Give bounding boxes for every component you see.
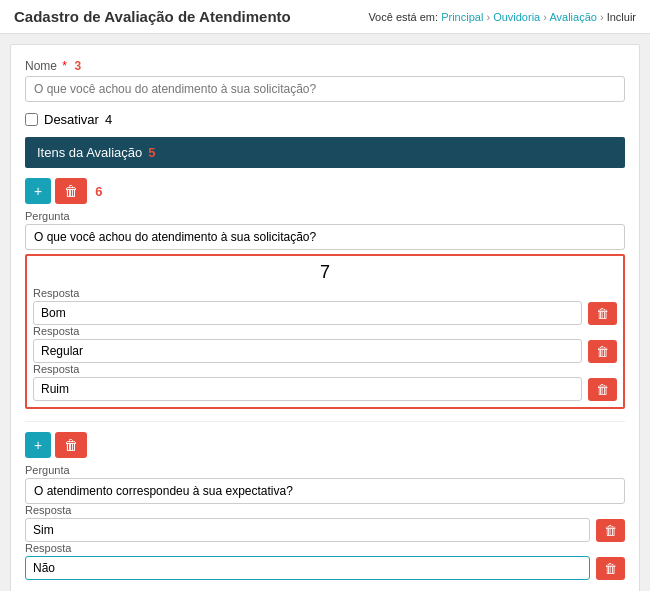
resposta-group-2-2: Resposta 🗑 [25, 542, 625, 580]
desativar-checkbox[interactable] [25, 113, 38, 126]
respostas-box-1: 7 Resposta 🗑 Resposta 🗑 [25, 254, 625, 409]
question-block-1: + 🗑 6 Pergunta 7 Resposta 🗑 Resposta [25, 178, 625, 409]
desativar-row: Desativar 4 [25, 112, 625, 127]
resposta-group-1-1: Resposta 🗑 [33, 287, 617, 325]
resposta-group-1-2: Resposta 🗑 [33, 325, 617, 363]
resposta-group-1-3: Resposta 🗑 [33, 363, 617, 401]
resposta-label-2-2: Resposta [25, 542, 625, 554]
nome-label: Nome * 3 [25, 59, 625, 73]
resposta-row-1-2: 🗑 [33, 339, 617, 363]
page-title: Cadastro de Avaliação de Atendimento [14, 8, 291, 25]
badge-3: 3 [74, 59, 81, 73]
resposta-input-wrap-1-1 [33, 301, 582, 325]
del-question-btn-1[interactable]: 🗑 [55, 178, 87, 204]
resposta-input-wrap-1-3 [33, 377, 582, 401]
badge-6: 6 [95, 184, 102, 199]
required-marker: * [62, 59, 67, 73]
section-header: Itens da Avaliação 5 [25, 137, 625, 168]
resposta-input-1-1[interactable] [33, 301, 582, 325]
breadcrumb-principal[interactable]: Principal [441, 11, 483, 23]
divider-1 [25, 421, 625, 422]
resposta-label-2-1: Resposta [25, 504, 625, 516]
breadcrumb-avaliacao[interactable]: Avaliação [549, 11, 597, 23]
resposta-input-wrap-2-2 [25, 556, 590, 580]
resposta-label-1-1: Resposta [33, 287, 617, 299]
badge-7: 7 [33, 262, 617, 283]
resposta-input-1-3[interactable] [33, 377, 582, 401]
resposta-del-btn-2-2[interactable]: 🗑 [596, 557, 625, 580]
add-answer-btn-1[interactable]: + [25, 178, 51, 204]
resposta-row-1-3: 🗑 [33, 377, 617, 401]
resposta-row-1-1: 🗑 [33, 301, 617, 325]
resposta-input-2-2[interactable] [25, 556, 590, 580]
question-block-2: + 🗑 Pergunta Resposta 🗑 Resposta 🗑 [25, 432, 625, 580]
resposta-del-btn-1-1[interactable]: 🗑 [588, 302, 617, 325]
breadcrumb-ouvidoria[interactable]: Ouvidoria [493, 11, 540, 23]
resposta-del-btn-2-1[interactable]: 🗑 [596, 519, 625, 542]
nome-input[interactable] [25, 76, 625, 102]
nome-group: Nome * 3 [25, 59, 625, 102]
resposta-input-1-2[interactable] [33, 339, 582, 363]
breadcrumb-prefix: Você está em: [368, 11, 438, 23]
btn-row-1: + 🗑 6 [25, 178, 625, 204]
resposta-group-2-1: Resposta 🗑 [25, 504, 625, 542]
del-question-btn-2[interactable]: 🗑 [55, 432, 87, 458]
resposta-label-1-3: Resposta [33, 363, 617, 375]
desativar-label: Desativar [44, 112, 99, 127]
resposta-label-1-2: Resposta [33, 325, 617, 337]
resposta-del-btn-1-3[interactable]: 🗑 [588, 378, 617, 401]
main-content: Nome * 3 Desativar 4 Itens da Avaliação … [10, 44, 640, 591]
resposta-input-2-1[interactable] [25, 518, 590, 542]
resposta-del-btn-1-2[interactable]: 🗑 [588, 340, 617, 363]
resposta-row-2-2: 🗑 [25, 556, 625, 580]
btn-row-2: + 🗑 [25, 432, 625, 458]
badge-5: 5 [148, 145, 155, 160]
badge-4: 4 [105, 112, 112, 127]
resposta-input-wrap-1-2 [33, 339, 582, 363]
pergunta-input-1[interactable] [25, 224, 625, 250]
breadcrumb: Você está em: Principal › Ouvidoria › Av… [368, 11, 636, 23]
header-bar: Cadastro de Avaliação de Atendimento Voc… [0, 0, 650, 34]
pergunta-label-2: Pergunta [25, 464, 625, 476]
pergunta-input-2[interactable] [25, 478, 625, 504]
resposta-row-2-1: 🗑 [25, 518, 625, 542]
breadcrumb-current: Incluir [607, 11, 636, 23]
resposta-input-wrap-2-1 [25, 518, 590, 542]
add-answer-btn-2[interactable]: + [25, 432, 51, 458]
pergunta-label-1: Pergunta [25, 210, 625, 222]
section-title: Itens da Avaliação [37, 145, 142, 160]
